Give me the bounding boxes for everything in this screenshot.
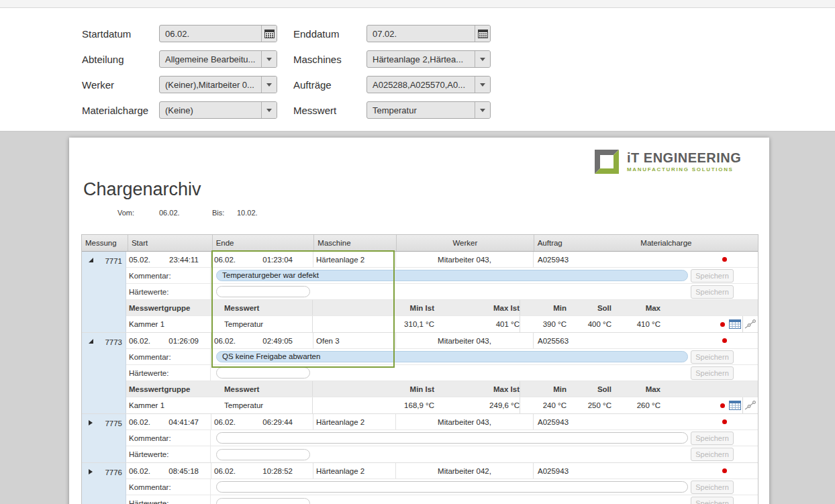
werker-select[interactable]: (Keiner),Mitarbeiter 0... (159, 76, 277, 93)
auftrag-value: A025943 (533, 414, 637, 430)
subcol-max: Max (611, 304, 660, 312)
abteilung-label: Abteilung (82, 54, 159, 65)
maschine-value: Härteanlage 2 (313, 252, 395, 267)
auftraege-value[interactable]: A025288,A025570,A0... (367, 77, 475, 93)
materialcharge-select[interactable]: (Keine) (159, 101, 277, 119)
subcol-max: Max (611, 385, 660, 393)
end-date: 06.02. (214, 418, 236, 426)
caret-glyph (480, 58, 485, 61)
chevron-down-icon[interactable] (475, 51, 490, 67)
main-row[interactable]: 06.02.08:45:18 06.02.10:28:52 Härteanlag… (126, 463, 758, 479)
max-ist-value: 249,6 °C (434, 397, 520, 413)
calendar-icon[interactable] (261, 26, 277, 42)
kommentar-label: Kommentar: (126, 349, 211, 364)
subcol-messwertgruppe: Messwertgruppe (126, 304, 222, 312)
materialcharge-value[interactable]: (Keine) (160, 102, 261, 118)
table-view-icon[interactable] (728, 316, 742, 332)
speichern-button[interactable]: Speichern (691, 350, 734, 364)
messwert-value[interactable]: Temperatur (367, 102, 475, 118)
kommentar-input[interactable] (216, 481, 688, 493)
filter-panel: Startdatum 06.02. Enddatum 07.02. (0, 8, 835, 132)
company-logo: iT ENGINEERING MANUFACTURING SOLUTIONS (593, 148, 741, 175)
maschines-select[interactable]: Härteanlage 2,Härtea... (366, 50, 491, 68)
chevron-down-icon[interactable] (261, 77, 277, 93)
speichern-button[interactable]: Speichern (691, 497, 734, 504)
speichern-button[interactable]: Speichern (691, 366, 734, 380)
col-header-maschine[interactable]: Maschine (313, 235, 396, 251)
speichern-button[interactable]: Speichern (691, 481, 734, 494)
chevron-down-icon[interactable] (261, 102, 277, 118)
status-dot-icon (722, 257, 727, 262)
chevron-down-icon[interactable] (261, 51, 277, 67)
charge-table: Messung Start Ende Maschine Werker Auftr… (81, 234, 758, 504)
measurement-row[interactable]: Kammer 1 Temperatur 168,9 °C 249,6 °C 24… (126, 397, 758, 413)
chart-view-icon[interactable] (742, 316, 757, 332)
abteilung-select[interactable]: Allgemeine Bearbeitu... (159, 50, 277, 68)
measurement-row[interactable]: Kammer 1 Temperatur 310,1 °C 401 °C 390 … (126, 316, 758, 332)
status-dot-icon (720, 322, 725, 327)
speichern-button[interactable]: Speichern (691, 432, 734, 445)
min-value: 390 °C (520, 320, 567, 328)
chevron-down-icon[interactable] (475, 77, 490, 93)
caret-glyph (266, 83, 272, 87)
maschines-value[interactable]: Härteanlage 2,Härtea... (367, 51, 475, 67)
col-header-werker[interactable]: Werker (396, 235, 534, 251)
messung-cell[interactable]: 7776 (82, 463, 126, 504)
col-header-start[interactable]: Start (128, 235, 212, 251)
collapse-arrow-icon[interactable] (89, 258, 93, 262)
col-header-auftrag[interactable]: Auftrag (534, 235, 638, 251)
start-time: 04:41:47 (168, 418, 199, 426)
startdatum-field[interactable]: 06.02. (159, 25, 277, 42)
start-date: 06.02. (129, 467, 150, 475)
haertewerte-input[interactable] (216, 286, 310, 297)
main-row[interactable]: 05.02.23:44:11 06.02.01:23:04 Härteanlag… (126, 252, 758, 268)
messung-cell[interactable]: 7775 (82, 414, 126, 462)
haertewerte-input[interactable] (216, 498, 310, 504)
col-header-materialcharge[interactable]: Materialcharge (637, 239, 758, 247)
status-dot-icon (722, 468, 727, 473)
speichern-button[interactable]: Speichern (691, 285, 734, 299)
collapse-arrow-icon[interactable] (89, 339, 93, 344)
haertewerte-input[interactable] (216, 449, 310, 460)
abteilung-value[interactable]: Allgemeine Bearbeitu... (160, 51, 261, 67)
subcol-min-ist: Min Ist (362, 385, 434, 393)
caret-glyph (266, 58, 272, 61)
haertewerte-input[interactable] (216, 367, 310, 379)
table-view-icon[interactable] (728, 397, 742, 413)
auftrag-value: A025563 (533, 333, 637, 348)
kommentar-input[interactable]: Temperaturgeber war defekt (216, 270, 688, 281)
speichern-button[interactable]: Speichern (691, 269, 734, 283)
logo-square-icon (593, 148, 620, 175)
subcol-soll: Soll (567, 304, 611, 312)
chevron-down-icon[interactable] (475, 102, 490, 118)
calendar-icon[interactable] (475, 26, 490, 42)
report-card: iT ENGINEERING MANUFACTURING SOLUTIONS C… (69, 138, 769, 504)
caret-glyph (480, 109, 485, 112)
enddatum-value[interactable]: 07.02. (367, 26, 475, 42)
vom-value: 06.02. (159, 209, 212, 217)
sub-header-row: Messwertgruppe Messwert Min Ist Max Ist … (126, 300, 758, 316)
auftraege-select[interactable]: A025288,A025570,A0... (366, 76, 491, 93)
messung-cell[interactable]: 7771 (82, 252, 126, 332)
main-row[interactable]: 06.02.04:41:47 06.02.06:29:44 Härteanlag… (126, 414, 758, 430)
bis-value: 10.02. (237, 209, 258, 217)
status-dot-icon (722, 338, 727, 343)
chart-view-icon[interactable] (742, 397, 757, 413)
col-header-messung[interactable]: Messung (82, 239, 128, 247)
werker-value[interactable]: (Keiner),Mitarbeiter 0... (160, 77, 261, 93)
logo-title: iT ENGINEERING (627, 150, 741, 165)
materialcharge-label: Materialcharge (82, 105, 159, 116)
main-row[interactable]: 06.02.01:26:09 06.02.02:49:05 Ofen 3 Mit… (126, 333, 758, 349)
messwert-select[interactable]: Temperatur (366, 101, 491, 119)
report-date-range: Vom: 06.02. Bis: 10.02. (117, 209, 258, 217)
messung-id: 7776 (93, 468, 122, 476)
messung-cell[interactable]: 7773 (82, 333, 126, 413)
logo-subtitle: MANUFACTURING SOLUTIONS (627, 166, 741, 172)
speichern-button[interactable]: Speichern (691, 448, 734, 461)
messung-id: 7773 (93, 338, 122, 346)
kommentar-input[interactable]: QS keine Freigabe abwarten (216, 351, 688, 362)
kommentar-input[interactable] (216, 432, 688, 444)
enddatum-field[interactable]: 07.02. (366, 25, 491, 42)
startdatum-value[interactable]: 06.02. (160, 26, 261, 42)
col-header-ende[interactable]: Ende (212, 235, 314, 251)
